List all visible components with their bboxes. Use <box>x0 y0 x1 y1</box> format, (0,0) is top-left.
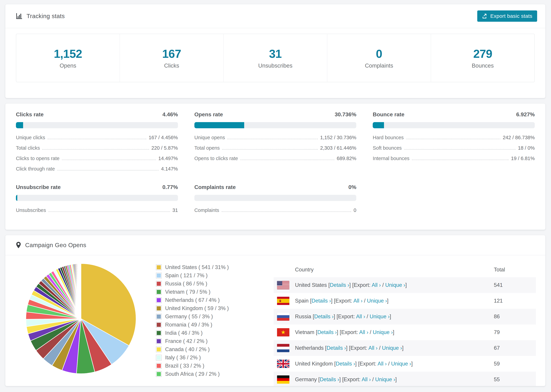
export-all-link[interactable]: All › <box>361 377 371 382</box>
geo-cell-total-russia: 86 <box>494 309 536 324</box>
export-unique-link[interactable]: Unique › <box>382 345 402 351</box>
stat-value-complaints: 0 <box>376 47 382 60</box>
slash-text: / <box>363 298 367 304</box>
details-link[interactable]: Details › <box>320 377 339 382</box>
stats-summary-panel: 1,152Opens167Clicks31Unsubscribes0Compla… <box>16 34 535 82</box>
geo-table-head: Country Total <box>274 262 536 277</box>
rate-title-row-bounce-rate: Bounce rate6.927% <box>373 111 535 118</box>
legend-label-south-africa: South Africa ( 29 / 2% ) <box>165 371 220 377</box>
bracket-text: ] <box>402 345 403 351</box>
rate-progressbar-fill-bounce-rate <box>373 122 384 128</box>
rate-row-clicks-to-opens-rate: Clicks to opens rate14.497% <box>16 156 178 161</box>
export-basic-stats-button[interactable]: Export basic stats <box>477 10 537 22</box>
rate-row-value-complaints: 0 <box>353 207 356 213</box>
legend-swatch-france <box>156 338 162 344</box>
rate-row-value-opens-to-clicks-rate: 689.82% <box>337 156 356 161</box>
export-all-link[interactable]: All › <box>372 282 381 288</box>
rate-row-label-clicks-to-opens-rate: Clicks to opens rate <box>16 156 60 161</box>
flag-es-icon <box>277 297 289 305</box>
export-unique-link[interactable]: Unique › <box>367 298 387 304</box>
export-unique-link[interactable]: Unique › <box>385 282 405 288</box>
rate-title-complaints-rate: Complaints rate <box>194 184 236 190</box>
legend-swatch-south-africa <box>156 371 162 377</box>
bracket-text: ] <box>395 377 397 382</box>
export-unique-link[interactable]: Unique › <box>375 377 395 382</box>
bracket-text: [ <box>333 361 336 367</box>
tracking-stats-title: Tracking stats <box>16 13 65 20</box>
export-basic-stats-label: Export basic stats <box>490 13 532 19</box>
geo-row-netherlands: Netherlands [Details ›] [Export: All › /… <box>274 340 536 356</box>
flag-vn-icon <box>277 328 289 336</box>
export-all-link[interactable]: All › <box>359 329 368 335</box>
legend-swatch-brazil <box>156 363 162 369</box>
details-link[interactable]: Details › <box>326 345 346 351</box>
country-links-russia: Russia [Details ›] [Export: All › / Uniq… <box>295 314 391 320</box>
details-link[interactable]: Details › <box>314 314 334 320</box>
rate-row-label-opens-to-clicks-rate: Opens to clicks rate <box>194 156 238 161</box>
bracket-text: [ <box>324 345 326 351</box>
dotted-leader <box>48 139 146 139</box>
campaign-geo-opens-card: Campaign Geo Opens United States ( 541 /… <box>5 235 545 386</box>
export-all-link[interactable]: All › <box>356 314 365 320</box>
legend-label-romania: Romania ( 49 / 3% ) <box>165 322 212 328</box>
rate-title-unsubscribe-rate: Unsubscribe rate <box>16 184 61 190</box>
geo-cell-country-united-states: United States [Details ›] [Export: All ›… <box>274 277 494 293</box>
flag-gb-icon <box>277 360 289 368</box>
export-all-link[interactable]: All › <box>353 298 362 304</box>
legend-label-canada: Canada ( 40 / 2% ) <box>165 346 210 352</box>
country-name: Germany <box>295 377 317 382</box>
map-pin-icon <box>16 242 21 249</box>
rate-row-label-soft-bounces: Soft bounces <box>373 145 402 151</box>
export-all-link[interactable]: All › <box>368 345 377 351</box>
stat-value-opens: 1,152 <box>54 47 82 60</box>
rate-row-soft-bounces: Soft bounces18 / 0% <box>373 145 535 151</box>
geo-pie-chart <box>24 262 139 376</box>
legend-swatch-india <box>156 330 162 336</box>
details-link[interactable]: Details › <box>317 329 337 335</box>
stat-value-bounces: 279 <box>473 47 492 60</box>
rate-row-total-opens: Total opens2,303 / 61.446% <box>194 145 356 151</box>
legend-item-russia: Russia ( 86 / 5% ) <box>156 281 252 287</box>
bracket-text: ] <box>387 298 389 304</box>
rate-row-value-hard-bounces: 242 / 86.738% <box>503 135 535 140</box>
dotted-leader <box>240 160 334 160</box>
rate-row-label-internal-bounces: Internal bounces <box>373 156 409 161</box>
export-unique-link[interactable]: Unique › <box>391 361 411 367</box>
rate-row-label-unsubscribes: Unsubscribes <box>16 207 46 213</box>
geo-title: Campaign Geo Opens <box>16 242 86 249</box>
slash-text: / <box>377 345 382 351</box>
rate-row-value-total-opens: 2,303 / 61.446% <box>320 145 356 151</box>
dotted-leader <box>57 170 159 170</box>
dotted-leader <box>222 211 351 212</box>
stat-value-unsubscribes: 31 <box>269 47 282 60</box>
rate-title-row-complaints-rate: Complaints rate0% <box>194 184 356 190</box>
rate-block-bounce-rate: Bounce rate6.927%Hard bounces242 / 86.73… <box>373 111 535 172</box>
geo-cell-country-vietnam: Vietnam [Details ›] [Export: All › / Uni… <box>274 324 494 340</box>
dotted-leader <box>412 160 509 160</box>
bracket-text: [ <box>309 298 311 304</box>
flag-de-icon <box>277 375 289 384</box>
rate-row-click-through-rate: Click through rate4.147% <box>16 166 178 172</box>
legend-swatch-germany <box>156 314 162 320</box>
export-unique-link[interactable]: Unique › <box>370 314 390 320</box>
tracking-stats-card: Tracking stats Export basic stats 1,152O… <box>5 4 545 98</box>
geo-legend: United States ( 541 / 31% )Spain ( 121 /… <box>156 264 252 379</box>
country-name: Netherlands <box>295 345 324 351</box>
bracket-text: [ <box>314 329 317 335</box>
export-unique-link[interactable]: Unique › <box>373 329 393 335</box>
country-column-header: Country <box>274 262 494 277</box>
geo-row-germany: Germany [Details ›] [Export: All › / Uni… <box>274 372 536 386</box>
flag-us-icon <box>277 281 289 289</box>
export-all-link[interactable]: All › <box>377 361 387 367</box>
details-link[interactable]: Details › <box>330 282 349 288</box>
tracking-stats-page: { "colors":{"accent":"#0e8aa5","bar_fill… <box>0 0 551 392</box>
rate-row-label-unique-opens: Unique opens <box>194 135 225 140</box>
export-prefix-text: ] [Export: <box>346 345 368 351</box>
legend-item-south-africa: South Africa ( 29 / 2% ) <box>156 371 252 377</box>
legend-swatch-spain <box>156 273 162 279</box>
rate-title-row-unsubscribe-rate: Unsubscribe rate0.77% <box>16 184 178 190</box>
rate-title-row-opens-rate: Opens rate30.736% <box>194 111 356 118</box>
stat-box-bounces: 279Bounces <box>431 34 534 82</box>
details-link[interactable]: Details › <box>336 361 355 367</box>
details-link[interactable]: Details › <box>312 298 331 304</box>
